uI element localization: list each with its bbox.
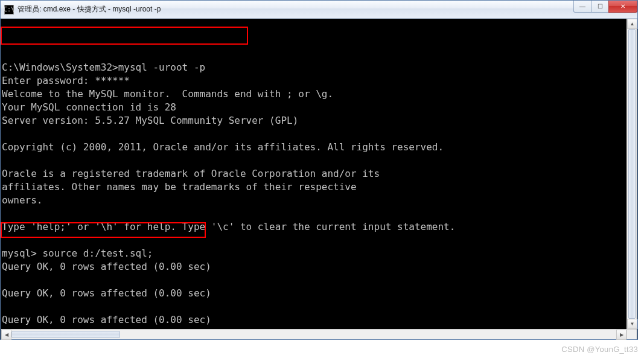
- scroll-thumb-v[interactable]: [628, 29, 636, 319]
- scroll-track-h[interactable]: [11, 330, 616, 339]
- horizontal-scrollbar[interactable]: ◀ ▶: [1, 329, 626, 339]
- terminal-text: C:\Windows\System32>mysql -uroot -p Ente…: [2, 48, 636, 339]
- scroll-down-icon[interactable]: ▼: [627, 319, 637, 329]
- scroll-thumb-h[interactable]: [11, 331, 120, 338]
- window-title: 管理员: cmd.exe - 快捷方式 - mysql -uroot -p: [18, 4, 636, 14]
- scroll-left-icon[interactable]: ◀: [1, 330, 11, 340]
- minimize-button[interactable]: —: [573, 1, 591, 13]
- titlebar[interactable]: C:\ 管理员: cmd.exe - 快捷方式 - mysql -uroot -…: [1, 1, 637, 19]
- scroll-right-icon[interactable]: ▶: [616, 330, 626, 340]
- close-button[interactable]: ✕: [608, 1, 637, 13]
- terminal-output[interactable]: C:\Windows\System32>mysql -uroot -p Ente…: [1, 19, 637, 339]
- cmd-window: C:\ 管理员: cmd.exe - 快捷方式 - mysql -uroot -…: [0, 0, 638, 340]
- cmd-icon: C:\: [4, 5, 14, 14]
- vertical-scrollbar[interactable]: ▲ ▼: [626, 19, 637, 329]
- maximize-button[interactable]: ☐: [591, 1, 609, 13]
- window-controls: — ☐ ✕: [574, 1, 637, 13]
- scrollbar-corner: [626, 329, 637, 339]
- scroll-track-v[interactable]: [627, 29, 637, 319]
- scroll-up-icon[interactable]: ▲: [627, 19, 637, 29]
- watermark-text: CSDN @YounG_tt33: [561, 345, 638, 354]
